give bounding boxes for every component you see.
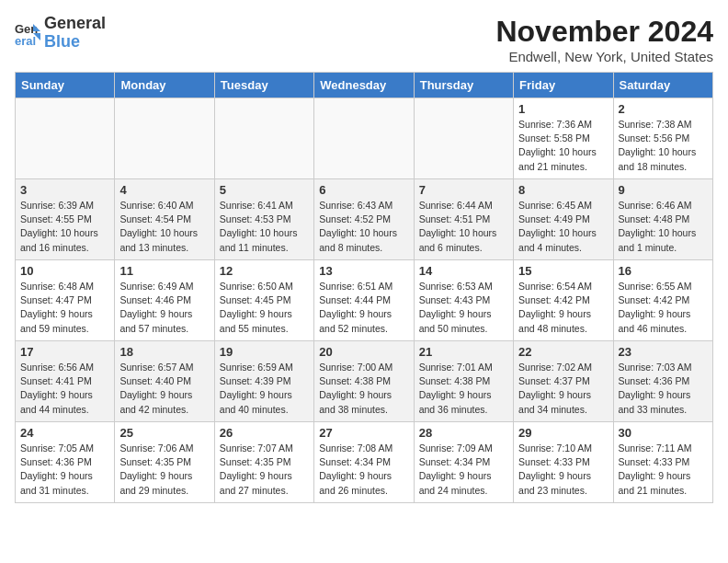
calendar-cell: 12Sunrise: 6:50 AM Sunset: 4:45 PM Dayli… <box>214 260 313 341</box>
col-header-tuesday: Tuesday <box>214 73 313 98</box>
day-number: 26 <box>220 426 309 440</box>
day-info: Sunrise: 6:51 AM Sunset: 4:44 PM Dayligh… <box>319 280 408 336</box>
day-info: Sunrise: 7:36 AM Sunset: 5:58 PM Dayligh… <box>518 118 608 174</box>
day-number: 28 <box>419 426 508 440</box>
day-number: 30 <box>619 426 708 440</box>
day-info: Sunrise: 6:44 AM Sunset: 4:51 PM Dayligh… <box>419 199 508 255</box>
day-info: Sunrise: 6:55 AM Sunset: 4:42 PM Dayligh… <box>619 280 708 336</box>
calendar-cell: 24Sunrise: 7:05 AM Sunset: 4:36 PM Dayli… <box>16 422 115 503</box>
day-number: 5 <box>220 183 309 197</box>
day-number: 9 <box>619 183 708 197</box>
calendar-week-5: 24Sunrise: 7:05 AM Sunset: 4:36 PM Dayli… <box>16 422 713 503</box>
calendar-cell: 28Sunrise: 7:09 AM Sunset: 4:34 PM Dayli… <box>414 422 513 503</box>
logo-icon: Gen eral <box>15 20 40 46</box>
calendar-cell: 20Sunrise: 7:00 AM Sunset: 4:38 PM Dayli… <box>314 341 414 422</box>
day-info: Sunrise: 6:57 AM Sunset: 4:40 PM Dayligh… <box>119 361 209 417</box>
day-info: Sunrise: 6:45 AM Sunset: 4:49 PM Dayligh… <box>518 199 608 255</box>
calendar-week-3: 10Sunrise: 6:48 AM Sunset: 4:47 PM Dayli… <box>16 260 713 341</box>
day-number: 12 <box>220 264 309 278</box>
day-number: 22 <box>518 345 608 359</box>
day-info: Sunrise: 7:09 AM Sunset: 4:34 PM Dayligh… <box>419 442 508 498</box>
day-number: 29 <box>518 426 608 440</box>
calendar-cell: 27Sunrise: 7:08 AM Sunset: 4:34 PM Dayli… <box>314 422 414 503</box>
day-info: Sunrise: 7:10 AM Sunset: 4:33 PM Dayligh… <box>518 442 608 498</box>
day-number: 18 <box>119 345 209 359</box>
calendar-cell: 16Sunrise: 6:55 AM Sunset: 4:42 PM Dayli… <box>613 260 712 341</box>
calendar-cell: 6Sunrise: 6:43 AM Sunset: 4:52 PM Daylig… <box>314 179 414 260</box>
day-number: 6 <box>319 183 408 197</box>
month-title: November 2024 <box>495 15 713 49</box>
col-header-monday: Monday <box>115 73 214 98</box>
day-info: Sunrise: 6:48 AM Sunset: 4:47 PM Dayligh… <box>20 280 109 336</box>
day-info: Sunrise: 7:02 AM Sunset: 4:37 PM Dayligh… <box>518 361 608 417</box>
calendar-cell: 19Sunrise: 6:59 AM Sunset: 4:39 PM Dayli… <box>214 341 313 422</box>
day-number: 27 <box>319 426 408 440</box>
col-header-sunday: Sunday <box>16 73 115 98</box>
day-info: Sunrise: 7:07 AM Sunset: 4:35 PM Dayligh… <box>220 442 309 498</box>
day-info: Sunrise: 6:59 AM Sunset: 4:39 PM Dayligh… <box>220 361 309 417</box>
calendar-cell: 15Sunrise: 6:54 AM Sunset: 4:42 PM Dayli… <box>514 260 613 341</box>
calendar-cell: 3Sunrise: 6:39 AM Sunset: 4:55 PM Daylig… <box>16 179 115 260</box>
day-number: 21 <box>419 345 508 359</box>
col-header-saturday: Saturday <box>613 73 712 98</box>
calendar-cell: 4Sunrise: 6:40 AM Sunset: 4:54 PM Daylig… <box>115 179 214 260</box>
day-info: Sunrise: 7:03 AM Sunset: 4:36 PM Dayligh… <box>619 361 708 417</box>
calendar-cell: 2Sunrise: 7:38 AM Sunset: 5:56 PM Daylig… <box>613 98 712 179</box>
day-info: Sunrise: 7:01 AM Sunset: 4:38 PM Dayligh… <box>419 361 508 417</box>
calendar-cell: 18Sunrise: 6:57 AM Sunset: 4:40 PM Dayli… <box>115 341 214 422</box>
calendar-cell: 1Sunrise: 7:36 AM Sunset: 5:58 PM Daylig… <box>514 98 613 179</box>
calendar-cell: 25Sunrise: 7:06 AM Sunset: 4:35 PM Dayli… <box>115 422 214 503</box>
calendar-cell <box>214 98 313 179</box>
calendar-cell: 26Sunrise: 7:07 AM Sunset: 4:35 PM Dayli… <box>214 422 313 503</box>
location: Endwell, New York, United States <box>495 49 713 64</box>
day-number: 25 <box>119 426 209 440</box>
day-number: 10 <box>20 264 109 278</box>
day-info: Sunrise: 6:39 AM Sunset: 4:55 PM Dayligh… <box>20 199 109 255</box>
calendar: SundayMondayTuesdayWednesdayThursdayFrid… <box>15 72 713 503</box>
day-number: 3 <box>20 183 109 197</box>
day-info: Sunrise: 7:38 AM Sunset: 5:56 PM Dayligh… <box>619 118 708 174</box>
day-info: Sunrise: 7:11 AM Sunset: 4:33 PM Dayligh… <box>619 442 708 498</box>
day-number: 2 <box>619 102 708 116</box>
calendar-cell: 7Sunrise: 6:44 AM Sunset: 4:51 PM Daylig… <box>414 179 513 260</box>
calendar-header-row: SundayMondayTuesdayWednesdayThursdayFrid… <box>16 73 713 98</box>
calendar-cell: 11Sunrise: 6:49 AM Sunset: 4:46 PM Dayli… <box>115 260 214 341</box>
calendar-cell <box>314 98 414 179</box>
calendar-cell: 10Sunrise: 6:48 AM Sunset: 4:47 PM Dayli… <box>16 260 115 341</box>
logo-line2: Blue <box>44 33 106 52</box>
calendar-cell: 21Sunrise: 7:01 AM Sunset: 4:38 PM Dayli… <box>414 341 513 422</box>
calendar-cell: 5Sunrise: 6:41 AM Sunset: 4:53 PM Daylig… <box>214 179 313 260</box>
day-info: Sunrise: 6:50 AM Sunset: 4:45 PM Dayligh… <box>220 280 309 336</box>
day-number: 20 <box>319 345 408 359</box>
day-number: 4 <box>119 183 209 197</box>
calendar-cell: 13Sunrise: 6:51 AM Sunset: 4:44 PM Dayli… <box>314 260 414 341</box>
day-number: 19 <box>220 345 309 359</box>
day-info: Sunrise: 7:00 AM Sunset: 4:38 PM Dayligh… <box>319 361 408 417</box>
day-info: Sunrise: 7:06 AM Sunset: 4:35 PM Dayligh… <box>119 442 209 498</box>
calendar-cell: 8Sunrise: 6:45 AM Sunset: 4:49 PM Daylig… <box>514 179 613 260</box>
day-number: 1 <box>518 102 608 116</box>
calendar-week-4: 17Sunrise: 6:56 AM Sunset: 4:41 PM Dayli… <box>16 341 713 422</box>
calendar-cell: 9Sunrise: 6:46 AM Sunset: 4:48 PM Daylig… <box>613 179 712 260</box>
svg-text:eral: eral <box>15 34 36 46</box>
day-number: 23 <box>619 345 708 359</box>
col-header-wednesday: Wednesday <box>314 73 414 98</box>
calendar-cell: 17Sunrise: 6:56 AM Sunset: 4:41 PM Dayli… <box>16 341 115 422</box>
day-info: Sunrise: 6:46 AM Sunset: 4:48 PM Dayligh… <box>619 199 708 255</box>
title-area: November 2024 Endwell, New York, United … <box>495 15 713 64</box>
page-header: Gen eral General Blue November 2024 Endw… <box>15 15 713 64</box>
day-info: Sunrise: 7:05 AM Sunset: 4:36 PM Dayligh… <box>20 442 109 498</box>
day-info: Sunrise: 6:40 AM Sunset: 4:54 PM Dayligh… <box>119 199 209 255</box>
day-info: Sunrise: 6:49 AM Sunset: 4:46 PM Dayligh… <box>119 280 209 336</box>
day-number: 17 <box>20 345 109 359</box>
day-number: 13 <box>319 264 408 278</box>
calendar-cell <box>16 98 115 179</box>
day-number: 7 <box>419 183 508 197</box>
day-info: Sunrise: 6:53 AM Sunset: 4:43 PM Dayligh… <box>419 280 508 336</box>
day-number: 8 <box>518 183 608 197</box>
calendar-cell: 22Sunrise: 7:02 AM Sunset: 4:37 PM Dayli… <box>514 341 613 422</box>
calendar-week-1: 1Sunrise: 7:36 AM Sunset: 5:58 PM Daylig… <box>16 98 713 179</box>
calendar-cell: 30Sunrise: 7:11 AM Sunset: 4:33 PM Dayli… <box>613 422 712 503</box>
day-info: Sunrise: 7:08 AM Sunset: 4:34 PM Dayligh… <box>319 442 408 498</box>
calendar-cell: 29Sunrise: 7:10 AM Sunset: 4:33 PM Dayli… <box>514 422 613 503</box>
